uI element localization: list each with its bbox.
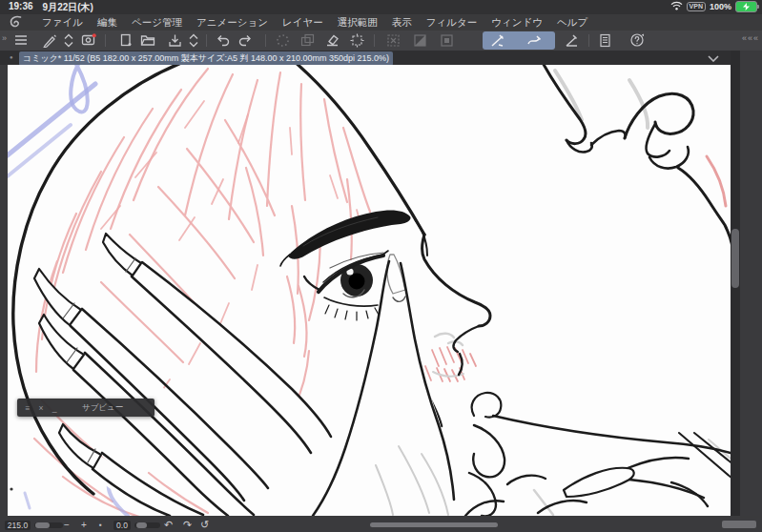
hamburger-icon[interactable] xyxy=(13,32,29,48)
pasteboard-left xyxy=(0,65,8,518)
menu-layer[interactable]: レイヤー xyxy=(282,16,323,30)
vertical-scrollbar-thumb[interactable] xyxy=(731,229,739,288)
toolbar-overflow-icon[interactable]: ««« xyxy=(742,33,759,43)
frame-crop-icon[interactable] xyxy=(349,32,364,48)
command-toolbar: » xyxy=(0,31,762,51)
redo-icon[interactable] xyxy=(238,32,254,48)
panel-menu-icon[interactable]: ≡ xyxy=(21,403,34,413)
home-indicator[interactable] xyxy=(370,522,498,527)
clip-studio-logo-icon[interactable] xyxy=(9,15,24,31)
date: 9月22日(木) xyxy=(43,1,93,14)
wifi-icon xyxy=(670,1,683,12)
menu-window[interactable]: ウィンドウ xyxy=(491,16,543,30)
menu-bar: ファイル 編集 ページ管理 アニメーション レイヤー 選択範囲 表示 フィルター… xyxy=(0,14,762,31)
snap-special-ruler-icon[interactable] xyxy=(526,32,542,48)
menu-filter[interactable]: フィルター xyxy=(426,16,477,30)
open-folder-icon[interactable] xyxy=(140,32,155,48)
artwork-drawing xyxy=(8,65,731,516)
subview-panel-header[interactable]: ≡ × _ サブビュー xyxy=(17,399,154,417)
snap-grid-icon[interactable] xyxy=(565,32,580,48)
rotate-ccw-button[interactable]: ↶ xyxy=(164,519,173,531)
subview-panel-title: サブビュー xyxy=(82,402,123,414)
vpn-badge: VPN xyxy=(687,2,706,11)
tool-switcher-icon[interactable] xyxy=(61,32,76,48)
deselect-icon xyxy=(385,32,401,48)
save-icon[interactable] xyxy=(167,32,182,48)
document-tab[interactable]: コミック* 11/52 (B5 182.00 x 257.00mm 製本サイズ:… xyxy=(19,51,393,66)
document-tab-bar: ● コミック* 11/52 (B5 182.00 x 257.00mm 製本サイ… xyxy=(0,51,732,65)
pen-cursor xyxy=(10,487,12,490)
zoom-out-button[interactable]: − xyxy=(64,519,70,531)
undo-icon[interactable] xyxy=(215,32,230,48)
canvas[interactable] xyxy=(8,65,731,516)
collapsed-right-panel xyxy=(740,51,762,516)
page-switcher-icon[interactable] xyxy=(186,32,201,48)
rotation-value[interactable]: 0.0 xyxy=(113,521,131,530)
battery-icon xyxy=(735,1,757,12)
vertical-scrollbar[interactable] xyxy=(731,51,740,516)
rotation-slider[interactable] xyxy=(134,522,160,528)
processing-icon xyxy=(275,32,290,48)
reset-view-button[interactable]: ↺ xyxy=(200,519,209,531)
layer-ops-icon xyxy=(299,32,315,48)
selection-fill-icon xyxy=(439,32,454,48)
toolbar-collapse-icon[interactable]: » xyxy=(2,33,6,43)
rotate-cw-button[interactable]: ↷ xyxy=(183,519,192,531)
fit-screen-button[interactable]: ▪ xyxy=(99,519,102,531)
ipad-status-bar: 19:36 9月22日(木) VPN 100% xyxy=(0,0,762,14)
menu-animation[interactable]: アニメーション xyxy=(196,16,268,30)
clock: 19:36 xyxy=(9,1,33,14)
menu-selection[interactable]: 選択範囲 xyxy=(338,16,378,30)
tab-bullet: ● xyxy=(10,54,13,60)
menu-page-manage[interactable]: ページ管理 xyxy=(132,16,182,30)
new-page-icon[interactable] xyxy=(118,32,134,48)
eraser-clear-icon[interactable] xyxy=(324,32,340,48)
panel-minimize-icon[interactable]: _ xyxy=(48,403,61,413)
menu-help[interactable]: ヘルプ xyxy=(557,16,587,30)
pen-tool-icon[interactable] xyxy=(42,32,57,48)
battery-percent: 100% xyxy=(710,2,731,11)
panel-close-icon[interactable]: × xyxy=(34,403,48,413)
zoom-value[interactable]: 215.0 xyxy=(5,521,31,530)
invert-selection-icon xyxy=(412,32,427,48)
corner-grip[interactable] xyxy=(722,521,756,528)
material-list-icon[interactable] xyxy=(597,32,612,48)
menu-view[interactable]: 表示 xyxy=(392,16,412,30)
menu-edit[interactable]: 編集 xyxy=(97,16,117,30)
chevron-down-icon[interactable] xyxy=(708,54,719,64)
app-screen: 19:36 9月22日(木) VPN 100% フ xyxy=(0,0,762,532)
snap-linear-ruler-icon[interactable] xyxy=(490,32,505,48)
zoom-slider[interactable] xyxy=(34,522,63,528)
zoom-in-button[interactable]: + xyxy=(81,519,87,531)
menu-file[interactable]: ファイル xyxy=(42,16,83,30)
quick-help-icon[interactable] xyxy=(629,32,645,48)
app-window-icon[interactable] xyxy=(81,32,96,48)
